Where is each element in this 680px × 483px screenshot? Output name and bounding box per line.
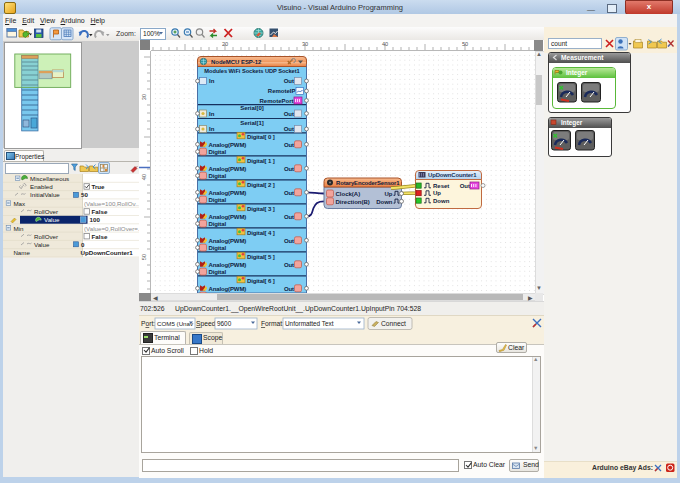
svg-text:Out: Out <box>284 262 294 268</box>
svg-text:Unformatted Text: Unformatted Text <box>285 320 334 327</box>
svg-text:Out: Out <box>284 238 294 244</box>
svg-text:Out: Out <box>284 111 294 117</box>
svg-text:Digital[ 6 ]: Digital[ 6 ] <box>247 278 275 284</box>
svg-text:Direction(B): Direction(B) <box>336 199 370 205</box>
svg-text:Analog(PWM): Analog(PWM) <box>209 166 247 172</box>
svg-text:Zoom:: Zoom: <box>116 30 136 37</box>
svg-text:Digital[ 5 ]: Digital[ 5 ] <box>247 254 275 260</box>
svg-text:False: False <box>92 208 108 215</box>
svg-text:40: 40 <box>382 41 388 47</box>
svg-text:UpDownCounter1: UpDownCounter1 <box>428 172 477 178</box>
svg-text:Digital: Digital <box>209 269 227 275</box>
svg-text:Digital[ 3 ]: Digital[ 3 ] <box>247 206 275 212</box>
svg-text:Down: Down <box>376 199 393 205</box>
svg-text:RollOver: RollOver <box>34 233 58 240</box>
svg-text:Out: Out <box>284 214 294 220</box>
svg-text:Digital: Digital <box>209 149 227 155</box>
svg-text:Format:: Format: <box>261 320 284 327</box>
svg-text:Modules WiFi Sockets UDP Socke: Modules WiFi Sockets UDP Socket1 <box>204 68 299 74</box>
svg-text:Digital[ 2 ]: Digital[ 2 ] <box>247 182 275 188</box>
svg-text:RemotePort: RemotePort <box>259 98 293 104</box>
svg-text:Out: Out <box>284 166 294 172</box>
svg-text:100: 100 <box>90 216 101 223</box>
svg-text:Analog(PWM): Analog(PWM) <box>209 286 247 292</box>
svg-text:RotaryEncoderSensor1: RotaryEncoderSensor1 <box>336 180 400 186</box>
svg-text:Value: Value <box>44 216 60 223</box>
svg-text:0: 0 <box>81 241 85 248</box>
svg-text:100%: 100% <box>143 30 160 37</box>
svg-text:RollOver: RollOver <box>34 208 58 215</box>
svg-text:Analog(PWM): Analog(PWM) <box>209 142 247 148</box>
svg-text:In: In <box>209 111 215 117</box>
svg-text:Digital: Digital <box>209 197 227 203</box>
svg-text:50: 50 <box>81 191 88 198</box>
svg-text:Out: Out <box>284 190 294 196</box>
svg-text:Connect: Connect <box>381 320 406 327</box>
svg-text:Out: Out <box>284 286 294 292</box>
svg-text:Clock(A): Clock(A) <box>336 191 361 197</box>
svg-text:Enabled: Enabled <box>30 183 53 190</box>
svg-text:Up: Up <box>385 191 393 197</box>
svg-text:Analog(PWM): Analog(PWM) <box>209 238 247 244</box>
svg-text:Miscellaneous: Miscellaneous <box>30 175 69 182</box>
svg-text:UpDownCounter1: UpDownCounter1 <box>81 249 134 256</box>
svg-text:40: 40 <box>141 174 147 180</box>
svg-text:In: In <box>209 78 215 84</box>
svg-text:In: In <box>209 126 215 132</box>
svg-text:Port:: Port: <box>141 320 155 327</box>
svg-text:Digital: Digital <box>209 173 227 179</box>
svg-text:COM5 (Unav: COM5 (Unav <box>157 320 194 327</box>
svg-text:Max: Max <box>13 200 26 207</box>
svg-text:30: 30 <box>141 94 147 100</box>
svg-text:Digital[ 1 ]: Digital[ 1 ] <box>247 158 275 164</box>
svg-text:50: 50 <box>462 41 468 47</box>
svg-text:Value: Value <box>34 241 50 248</box>
svg-text:20: 20 <box>222 41 228 47</box>
svg-text:NodeMCU ESP-12: NodeMCU ESP-12 <box>211 59 262 65</box>
svg-text:False: False <box>92 233 108 240</box>
svg-text:(Value=0,RollOver=...: (Value=0,RollOver=... <box>84 225 139 232</box>
svg-text:30: 30 <box>302 41 308 47</box>
svg-text:Up: Up <box>433 190 441 196</box>
svg-text:Name: Name <box>13 249 30 256</box>
svg-text:Out: Out <box>284 142 294 148</box>
svg-text:Out: Out <box>460 183 470 189</box>
svg-text:Serial[0]: Serial[0] <box>240 105 264 111</box>
svg-text:InitialValue: InitialValue <box>30 191 60 198</box>
svg-text:Out: Out <box>284 78 294 84</box>
svg-text:Min: Min <box>13 225 24 232</box>
svg-text:50: 50 <box>141 254 147 260</box>
svg-text:Analog(PWM): Analog(PWM) <box>209 214 247 220</box>
svg-text:Analog(PWM): Analog(PWM) <box>209 190 247 196</box>
svg-text:9600: 9600 <box>217 320 232 327</box>
svg-text:Out: Out <box>284 126 294 132</box>
svg-text:Reset: Reset <box>433 183 449 189</box>
svg-text:Digital[ 0 ]: Digital[ 0 ] <box>247 134 275 140</box>
svg-text:RemoteIP: RemoteIP <box>268 88 296 94</box>
svg-text:Down: Down <box>433 198 450 204</box>
svg-text:True: True <box>92 183 106 190</box>
svg-text:(Value=100,RollOv...: (Value=100,RollOv... <box>84 200 139 207</box>
svg-text:Digital: Digital <box>209 221 227 227</box>
svg-text:Digital[ 4 ]: Digital[ 4 ] <box>247 230 275 236</box>
svg-text:Serial[1]: Serial[1] <box>240 120 264 126</box>
svg-text:Speed:: Speed: <box>196 320 217 328</box>
svg-text:Digital: Digital <box>209 245 227 251</box>
svg-text:Analog(PWM): Analog(PWM) <box>209 262 247 268</box>
